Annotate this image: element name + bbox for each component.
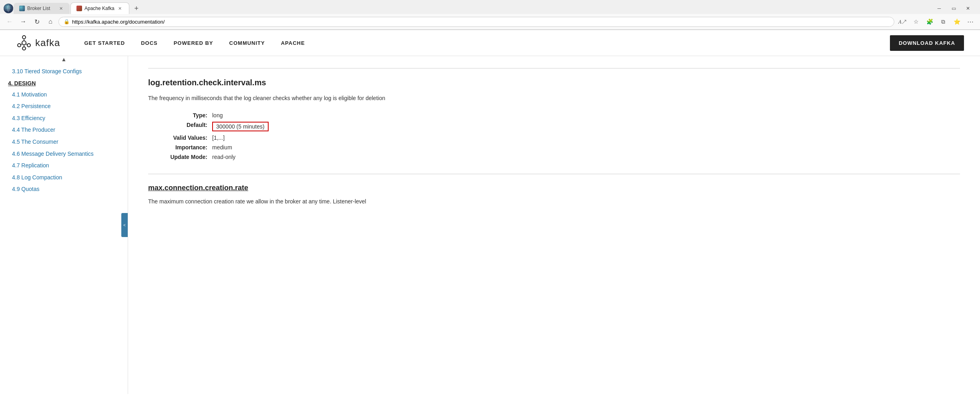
svg-point-3	[22, 41, 26, 45]
update-mode-value: read-only	[212, 154, 235, 160]
url-input[interactable]	[72, 19, 889, 25]
tab-bar: Broker List ✕ Apache Kafka ✕ +	[14, 2, 934, 14]
sidebar-link-4-4[interactable]: 4.4 The Producer	[8, 124, 120, 136]
svg-point-7	[27, 44, 30, 47]
config-row-default: Default: 300000 (5 minutes)	[164, 120, 960, 133]
tab-label-kafka: Apache Kafka	[84, 6, 114, 11]
site-nav: kafka GET STARTED DOCS POWERED BY COMMUN…	[0, 30, 980, 56]
home-button[interactable]: ⌂	[45, 16, 56, 27]
sidebar-link-4-8[interactable]: 4.8 Log Compaction	[8, 172, 120, 184]
nav-get-started[interactable]: GET STARTED	[84, 40, 125, 46]
config-row-importance: Importance: medium	[164, 143, 960, 152]
forward-button[interactable]: →	[18, 16, 29, 27]
type-value: long	[212, 112, 223, 119]
browser-extensions-button[interactable]: 🧩	[924, 16, 935, 27]
section-divider	[148, 174, 960, 174]
kafka-logo[interactable]: kafka	[16, 35, 60, 51]
read-aloud-button[interactable]: 𝐴↗	[897, 16, 908, 27]
svg-point-4	[22, 36, 26, 39]
config-title-max-connection[interactable]: max.connection.creation.rate	[148, 184, 960, 192]
type-label: Type:	[164, 112, 212, 119]
new-tab-button[interactable]: +	[131, 3, 142, 14]
config-table-log-retention: Type: long Default: 300000 (5 minutes) V…	[164, 111, 960, 162]
lock-icon: 🔒	[64, 19, 70, 24]
nav-powered-by[interactable]: POWERED BY	[174, 40, 213, 46]
sidebar-link-4-9[interactable]: 4.9 Quotas	[8, 183, 120, 195]
tab-close-kafka[interactable]: ✕	[117, 5, 123, 12]
config-title-log-retention[interactable]: log.retention.check.interval.ms	[148, 78, 960, 87]
config-description-log-retention: The frequency in milliseconds that the l…	[148, 94, 960, 103]
sidebar-link-4-3[interactable]: 4.3 Efficiency	[8, 113, 120, 125]
default-label: Default:	[164, 122, 212, 128]
sidebar-link-4-1[interactable]: 4.1 Motivation	[8, 89, 120, 101]
config-max-connection: max.connection.creation.rate The maximum…	[148, 184, 960, 206]
browser-logo-icon	[3, 3, 14, 14]
page-content: kafka GET STARTED DOCS POWERED BY COMMUN…	[0, 30, 980, 394]
config-row-update-mode: Update Mode: read-only	[164, 152, 960, 162]
sidebar-link-4-6[interactable]: 4.6 Message Delivery Semantics	[8, 148, 120, 160]
nav-docs[interactable]: DOCS	[141, 40, 158, 46]
nav-links: GET STARTED DOCS POWERED BY COMMUNITY AP…	[84, 40, 890, 46]
config-log-retention: log.retention.check.interval.ms The freq…	[148, 78, 960, 162]
importance-value: medium	[212, 144, 232, 151]
settings-button[interactable]: ⋯	[965, 16, 976, 27]
config-row-valid-values: Valid Values: [1,...]	[164, 133, 960, 143]
tab-label-broker: Broker List	[27, 6, 50, 11]
sidebar-link-4-5[interactable]: 4.5 The Consumer	[8, 136, 120, 148]
kafka-logo-icon	[16, 35, 32, 51]
valid-values-value: [1,...]	[212, 135, 225, 141]
top-divider	[148, 68, 960, 68]
default-value: 300000 (5 minutes)	[212, 122, 269, 131]
split-screen-button[interactable]: ⧉	[938, 16, 949, 27]
sidebar-section-design: 4. DESIGN	[8, 78, 120, 89]
sidebar-link-tiered-storage[interactable]: 3.10 Tiered Storage Configs	[8, 66, 120, 78]
importance-label: Importance:	[164, 144, 212, 151]
main-content-area: log.retention.check.interval.ms The freq…	[128, 56, 980, 394]
download-kafka-button[interactable]: DOWNLOAD KAFKA	[890, 35, 964, 51]
tab-favicon-kafka	[76, 6, 82, 11]
update-mode-label: Update Mode:	[164, 154, 212, 160]
browser-chrome: Broker List ✕ Apache Kafka ✕ + ─ ▭ ✕ ← →…	[0, 0, 980, 30]
config-row-type: Type: long	[164, 111, 960, 120]
kafka-logo-text: kafka	[35, 37, 60, 48]
restore-button[interactable]: ▭	[948, 3, 959, 14]
toolbar-right: 𝐴↗ ☆ 🧩 ⧉ ⭐ ⋯	[897, 16, 976, 27]
favorites-list-button[interactable]: ⭐	[951, 16, 962, 27]
svg-point-5	[22, 47, 26, 50]
svg-point-6	[18, 44, 21, 47]
main-layout: ▲ 3.10 Tiered Storage Configs 4. DESIGN …	[0, 56, 980, 394]
title-bar: Broker List ✕ Apache Kafka ✕ + ─ ▭ ✕	[0, 0, 980, 14]
sidebar: ▲ 3.10 Tiered Storage Configs 4. DESIGN …	[0, 56, 128, 394]
refresh-button[interactable]: ↻	[31, 16, 42, 27]
browser-toolbar: ← → ↻ ⌂ 🔒 𝐴↗ ☆ 🧩 ⧉ ⭐ ⋯	[0, 14, 980, 30]
tab-close-broker[interactable]: ✕	[58, 5, 64, 12]
valid-values-label: Valid Values:	[164, 135, 212, 141]
nav-community[interactable]: COMMUNITY	[229, 40, 265, 46]
sidebar-link-4-2[interactable]: 4.2 Persistence	[8, 101, 120, 113]
tab-broker-list[interactable]: Broker List ✕	[14, 3, 70, 14]
tab-favicon-broker	[19, 6, 25, 11]
sidebar-scroll-tab[interactable]: <	[121, 213, 128, 237]
close-window-button[interactable]: ✕	[962, 3, 974, 14]
scroll-up-indicator[interactable]: ▲	[61, 56, 67, 62]
favorites-button[interactable]: ☆	[910, 16, 922, 27]
config-description-max-connection: The maximum connection creation rate we …	[148, 197, 960, 206]
address-bar[interactable]: 🔒	[58, 17, 894, 27]
sidebar-link-4-7[interactable]: 4.7 Replication	[8, 160, 120, 172]
tab-apache-kafka[interactable]: Apache Kafka ✕	[70, 2, 129, 14]
minimize-button[interactable]: ─	[934, 3, 945, 14]
nav-apache[interactable]: APACHE	[281, 40, 305, 46]
back-button[interactable]: ←	[4, 16, 15, 27]
